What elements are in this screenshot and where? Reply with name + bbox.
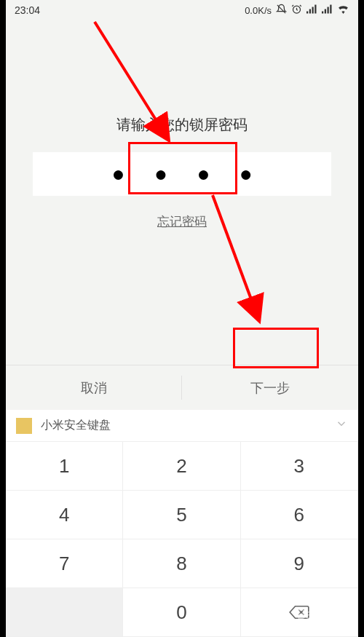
key-4[interactable]: 4 <box>6 491 123 539</box>
key-5[interactable]: 5 <box>123 491 240 539</box>
key-0[interactable]: 0 <box>123 588 240 637</box>
key-blank <box>6 588 123 637</box>
alarm-icon <box>291 4 302 17</box>
main-content: 请输入您的锁屏密码 ● ● ● ● 忘记密码 <box>6 20 358 365</box>
action-bar: 取消 下一步 <box>6 365 358 410</box>
status-icons: 0.0K/s <box>245 4 349 17</box>
dnd-icon <box>276 4 287 17</box>
watermark: Baidu经验 jingyan.baidu.com <box>292 607 357 633</box>
next-button[interactable]: 下一步 <box>182 365 358 410</box>
key-3[interactable]: 3 <box>241 442 358 491</box>
status-bar: 23:04 0.0K/s <box>6 0 358 20</box>
key-9[interactable]: 9 <box>241 539 358 588</box>
forgot-password-link[interactable]: 忘记密码 <box>157 213 207 230</box>
key-7[interactable]: 7 <box>6 539 123 588</box>
svg-rect-2 <box>309 9 311 14</box>
key-8[interactable]: 8 <box>123 539 240 588</box>
svg-rect-6 <box>325 9 326 14</box>
svg-rect-5 <box>322 12 323 14</box>
status-time: 23:04 <box>15 4 40 16</box>
cancel-button[interactable]: 取消 <box>6 365 182 410</box>
watermark-url: jingyan.baidu.com <box>292 623 357 633</box>
password-dots: ● ● ● ● <box>100 162 264 186</box>
network-speed: 0.0K/s <box>245 5 272 16</box>
signal2-icon <box>322 4 333 16</box>
svg-rect-3 <box>312 7 314 14</box>
key-1[interactable]: 1 <box>6 442 123 491</box>
svg-rect-1 <box>306 12 308 14</box>
watermark-brand: Baidu经验 <box>292 607 357 623</box>
svg-rect-4 <box>314 5 316 14</box>
password-prompt: 请输入您的锁屏密码 <box>116 115 248 135</box>
key-2[interactable]: 2 <box>123 442 240 491</box>
svg-rect-8 <box>330 5 331 14</box>
signal-icon <box>306 4 317 16</box>
keyboard-title: 小米安全键盘 <box>41 418 111 433</box>
keyboard-app-icon <box>16 418 32 434</box>
key-6[interactable]: 6 <box>241 491 358 539</box>
keyboard-header: 小米安全键盘 <box>6 410 358 442</box>
wifi-icon <box>337 4 349 16</box>
password-input[interactable]: ● ● ● ● <box>33 152 331 196</box>
chevron-down-icon[interactable] <box>335 417 348 434</box>
svg-rect-7 <box>328 7 329 14</box>
